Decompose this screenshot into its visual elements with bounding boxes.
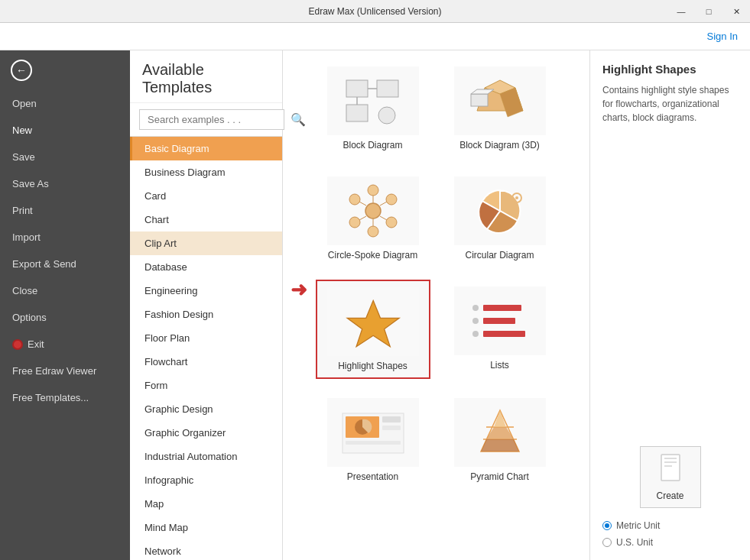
create-button[interactable]: Create <box>640 446 701 508</box>
metric-radio[interactable] <box>602 521 612 530</box>
sidebar-item-print[interactable]: Print <box>0 197 130 224</box>
cat-engineering[interactable]: Engineering <box>130 279 282 303</box>
cat-business-diagram[interactable]: Business Diagram <box>130 160 282 184</box>
template-pyramid-chart-label: Pyramid Chart <box>470 471 529 482</box>
templates-grid-area: ➜ <box>283 50 589 560</box>
thumb-pyramid-chart-img <box>454 398 546 467</box>
sidebar-item-export-send[interactable]: Export & Send <box>0 251 130 277</box>
svg-point-25 <box>515 196 518 199</box>
minimize-button[interactable]: — <box>667 0 695 23</box>
svg-point-12 <box>368 185 378 196</box>
us-radio[interactable] <box>602 538 612 547</box>
sidebar-item-free-viewer[interactable]: Free Edraw Viewer <box>0 358 130 384</box>
thumb-lists-img <box>454 286 546 355</box>
template-circle-spoke[interactable]: Circle-Spoke Diagram <box>316 170 430 267</box>
cat-network[interactable]: Network <box>130 539 282 560</box>
svg-point-11 <box>365 203 381 218</box>
cat-flowchart[interactable]: Flowchart <box>130 350 282 374</box>
thumb-circle-spoke-img <box>327 176 419 245</box>
sidebar-item-exit[interactable]: Exit <box>0 331 130 358</box>
cat-fashion-design[interactable]: Fashion Design <box>130 303 282 326</box>
sidebar-item-save-as[interactable]: Save As <box>0 170 130 197</box>
cat-card[interactable]: Card <box>130 184 282 208</box>
template-pyramid-chart[interactable]: Pyramid Chart <box>443 391 557 489</box>
back-button[interactable]: ← <box>0 50 130 90</box>
cat-industrial-automation[interactable]: Industrial Automation <box>130 445 282 468</box>
template-block-diagram[interactable]: Block Diagram <box>316 60 430 157</box>
svg-line-19 <box>380 202 387 206</box>
exit-label: Exit <box>28 338 44 350</box>
svg-rect-9 <box>471 94 488 106</box>
cat-graphic-design[interactable]: Graphic Design <box>130 397 282 421</box>
template-circular-diagram[interactable]: Circular Diagram <box>443 170 557 267</box>
templates-grid-scroll[interactable]: Block Diagram <box>283 50 589 560</box>
svg-rect-30 <box>483 318 515 324</box>
template-block-diagram-label: Block Diagram <box>343 140 402 151</box>
svg-point-15 <box>368 226 378 237</box>
maximize-button[interactable]: □ <box>695 0 722 23</box>
sidebar: ← Open New Save Save As Print Import Exp… <box>0 50 130 560</box>
right-panel: Highlight Shapes Contains highlight styl… <box>589 50 750 560</box>
thumb-block-diagram-3d-img <box>454 66 546 135</box>
template-panel: Available Templates 🔍 Basic Diagram Busi… <box>130 50 283 560</box>
svg-line-23 <box>359 202 366 206</box>
sidebar-item-import[interactable]: Import <box>0 224 130 251</box>
template-lists-label: Lists <box>490 360 509 371</box>
unit-options: Metric Unit U.S. Unit <box>602 520 738 548</box>
svg-rect-36 <box>382 426 401 430</box>
svg-line-20 <box>380 216 387 220</box>
cat-floor-plan[interactable]: Floor Plan <box>130 326 282 350</box>
svg-point-17 <box>349 194 360 205</box>
us-unit-option[interactable]: U.S. Unit <box>602 537 738 548</box>
sidebar-item-options[interactable]: Options <box>0 304 130 331</box>
svg-marker-26 <box>347 300 399 346</box>
search-input[interactable] <box>139 109 284 130</box>
svg-rect-2 <box>346 105 368 121</box>
cat-graphic-organizer[interactable]: Graphic Organizer <box>130 421 282 445</box>
sidebar-item-close[interactable]: Close <box>0 277 130 304</box>
app-title: Edraw Max (Unlicensed Version) <box>308 6 441 17</box>
metric-unit-label: Metric Unit <box>616 520 660 531</box>
create-btn-area: Create <box>602 446 738 508</box>
sign-in-link[interactable]: Sign In <box>707 31 738 42</box>
cat-database[interactable]: Database <box>130 255 282 279</box>
sidebar-item-free-templates[interactable]: Free Templates... <box>0 384 130 411</box>
svg-point-29 <box>472 318 479 324</box>
cat-mind-map[interactable]: Mind Map <box>130 516 282 539</box>
templates-grid: Block Diagram <box>292 60 580 489</box>
panel-header: Available Templates <box>130 50 282 103</box>
svg-rect-46 <box>664 458 677 459</box>
svg-point-14 <box>386 217 397 228</box>
exit-icon <box>12 339 23 350</box>
cat-basic-diagram[interactable]: Basic Diagram <box>130 137 282 160</box>
template-presentation[interactable]: Presentation <box>316 391 430 489</box>
right-panel-title: Highlight Shapes <box>602 63 738 76</box>
svg-rect-48 <box>664 465 672 467</box>
title-bar: Edraw Max (Unlicensed Version) — □ ✕ <box>0 0 750 23</box>
template-highlight-shapes[interactable]: Highlight Shapes <box>316 280 430 379</box>
metric-unit-option[interactable]: Metric Unit <box>602 520 738 531</box>
close-button[interactable]: ✕ <box>722 0 750 23</box>
template-block-diagram-3d[interactable]: Block Diagram (3D) <box>443 60 557 157</box>
template-lists[interactable]: Lists <box>443 280 557 379</box>
create-btn-label: Create <box>656 490 683 501</box>
svg-point-27 <box>472 305 479 311</box>
template-circular-diagram-label: Circular Diagram <box>465 250 534 261</box>
sidebar-item-open[interactable]: Open <box>0 90 130 117</box>
cat-infographic[interactable]: Infographic <box>130 468 282 492</box>
cat-clip-art[interactable]: Clip Art <box>130 231 282 255</box>
cat-form[interactable]: Form <box>130 374 282 397</box>
cat-chart[interactable]: Chart <box>130 208 282 231</box>
svg-point-3 <box>378 107 395 124</box>
svg-rect-32 <box>483 331 525 337</box>
content-area: Available Templates 🔍 Basic Diagram Busi… <box>130 50 750 560</box>
thumb-highlight-shapes-img <box>327 287 419 356</box>
cat-map[interactable]: Map <box>130 492 282 516</box>
sidebar-item-new[interactable]: New <box>0 117 130 144</box>
arrow-indicator: ➜ <box>291 278 307 302</box>
category-list-inner: Basic Diagram Business Diagram Card Char… <box>130 137 282 560</box>
sidebar-item-save[interactable]: Save <box>0 144 130 170</box>
thumb-presentation-img <box>327 398 419 467</box>
main-layout: ← Open New Save Save As Print Import Exp… <box>0 50 750 560</box>
category-list: Basic Diagram Business Diagram Card Char… <box>130 137 282 560</box>
